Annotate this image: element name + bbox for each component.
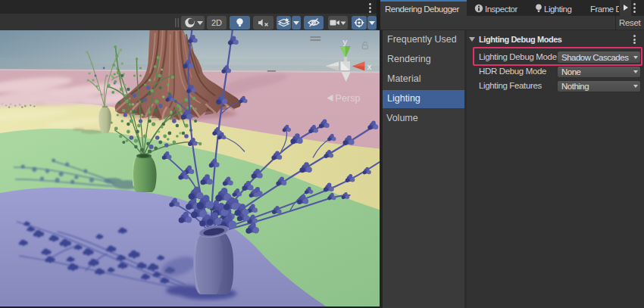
svg-text:Persp: Persp: [336, 93, 361, 104]
svg-text:2D: 2D: [211, 18, 222, 27]
svg-text:y: y: [343, 37, 348, 46]
svg-text:x: x: [367, 62, 372, 71]
